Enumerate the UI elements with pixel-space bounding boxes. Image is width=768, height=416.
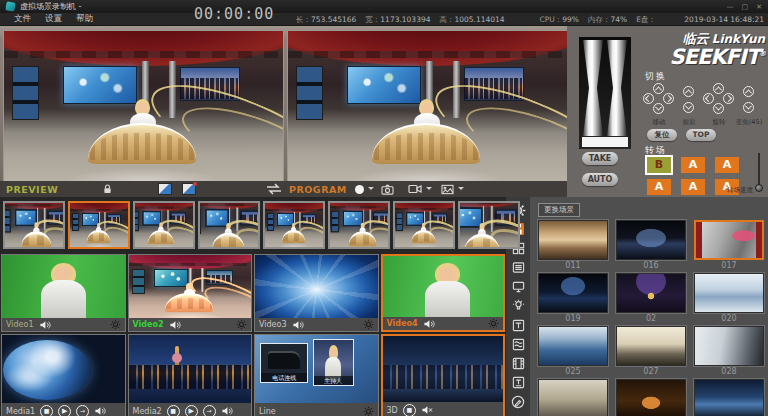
stop-button[interactable]: ■ [403, 404, 416, 416]
source-tile-video2[interactable]: Video2 [128, 254, 253, 332]
camera-angle-thumb[interactable] [458, 201, 520, 249]
scene-item[interactable] [538, 379, 608, 416]
phone-caption: 电话连线 [261, 373, 308, 382]
source-tile-video4[interactable]: Video4 [381, 254, 506, 332]
menu-file[interactable]: 文件 [14, 13, 31, 25]
camera-angle-thumb[interactable] [328, 201, 390, 249]
speaker-icon[interactable] [94, 406, 106, 416]
zoom-in-button[interactable] [743, 86, 754, 97]
gear-icon[interactable] [236, 319, 247, 330]
studio-scene [4, 31, 283, 181]
loop-button[interactable]: → [76, 405, 89, 416]
scene-item[interactable]: 02 [616, 273, 686, 324]
speaker-icon[interactable] [169, 320, 181, 330]
t-bar-fader[interactable] [579, 37, 631, 149]
scene-item[interactable]: 016 [616, 220, 686, 271]
transition-b-button[interactable]: B [647, 157, 671, 173]
snapshot-icon[interactable] [380, 183, 394, 195]
swap-icon[interactable] [264, 183, 284, 195]
scene-item[interactable]: 020 [694, 273, 764, 324]
zoom-out-button[interactable] [743, 102, 754, 113]
play-button[interactable]: ▶ [58, 405, 71, 416]
speaker-icon[interactable] [423, 319, 435, 329]
camera-angle-thumb[interactable] [3, 201, 65, 249]
maximize-button[interactable]: ▢ [742, 3, 749, 11]
light-icon[interactable] [510, 298, 526, 314]
transition-a-button[interactable]: A [681, 157, 705, 173]
draw-icon[interactable] [510, 394, 526, 410]
move-right-button[interactable] [663, 93, 674, 104]
camera-angle-thumb[interactable] [133, 201, 195, 249]
move-left-button[interactable] [643, 93, 654, 104]
layers-icon[interactable] [510, 336, 526, 352]
slider-knob[interactable] [755, 184, 763, 192]
camera-angle-thumb[interactable] [263, 201, 325, 249]
move-up-button[interactable] [653, 83, 664, 94]
menu-settings[interactable]: 设置 [45, 13, 62, 25]
image-icon[interactable] [440, 183, 454, 195]
subtitle-icon[interactable] [510, 375, 526, 391]
rotate-down-button[interactable] [713, 103, 724, 114]
auto-button[interactable]: AUTO [582, 173, 618, 186]
stop-button[interactable]: ■ [167, 405, 180, 416]
source-tile-media2[interactable]: Media2 ■ ▶ → [128, 334, 253, 416]
lock-icon[interactable] [100, 183, 114, 195]
camcorder-icon[interactable] [408, 183, 422, 195]
source-tile-video1[interactable]: Video1 [1, 254, 126, 332]
reset-button[interactable]: 复位 [647, 129, 677, 141]
scene-item[interactable]: 019 [538, 273, 608, 324]
source-tile-video3[interactable]: Video3 [254, 254, 379, 332]
transition-a-button[interactable]: A [647, 179, 671, 195]
wipe-icon[interactable] [158, 183, 172, 195]
rotate-left-button[interactable] [703, 93, 714, 104]
gear-icon[interactable] [488, 318, 499, 329]
wipe-alt-icon[interactable] [182, 183, 196, 195]
camera-angle-thumb[interactable] [198, 201, 260, 249]
camera-angle-thumb-selected[interactable] [68, 201, 130, 249]
move-down-button[interactable] [653, 103, 664, 114]
scene-item[interactable]: 025 [538, 326, 608, 377]
top-view-button[interactable]: TOP [686, 129, 716, 141]
play-button[interactable]: ▶ [185, 405, 198, 416]
image-caret-icon[interactable] [458, 187, 464, 193]
transition-a-button[interactable]: A [681, 179, 705, 195]
rotate-up-button[interactable] [713, 83, 724, 94]
pad-labels: 移动 前后 旋转 变焦(45) [644, 118, 765, 127]
transition-speed-slider[interactable] [753, 153, 765, 193]
scene-item[interactable] [616, 379, 686, 416]
display-icon[interactable] [510, 279, 526, 295]
record-icon[interactable] [352, 183, 366, 195]
change-scene-tab[interactable]: 更换场景 [538, 203, 580, 217]
speaker-icon[interactable] [221, 406, 233, 416]
record-caret-icon[interactable] [368, 187, 374, 193]
film-icon[interactable] [510, 356, 526, 372]
minimize-button[interactable]: — [727, 3, 734, 11]
depth-down-button[interactable] [683, 102, 694, 113]
close-button[interactable]: ✕ [756, 3, 762, 11]
scene-item[interactable]: 011 [538, 220, 608, 271]
speaker-icon[interactable] [292, 320, 304, 330]
source-tile-media1[interactable]: Media1 ■ ▶ → [1, 334, 126, 416]
transition-a-button[interactable]: A [715, 157, 739, 173]
camera-angle-thumb[interactable] [393, 201, 455, 249]
scene-item[interactable] [694, 379, 764, 416]
playlist-icon[interactable] [510, 260, 526, 276]
gear-icon[interactable] [363, 406, 374, 416]
scene-item[interactable]: 027 [616, 326, 686, 377]
source-tile-line[interactable]: 电话连线 主持人 Line [254, 334, 379, 416]
loop-button[interactable]: → [203, 405, 216, 416]
gear-icon[interactable] [363, 319, 374, 330]
scene-item[interactable]: 028 [694, 326, 764, 377]
source-tile-3d[interactable]: 3D ■ [381, 334, 506, 416]
scene-item-selected[interactable]: 017 [694, 220, 764, 271]
rotate-right-button[interactable] [723, 93, 734, 104]
speaker-icon[interactable] [39, 320, 51, 330]
gear-icon[interactable] [110, 319, 121, 330]
camcorder-caret-icon[interactable] [426, 187, 432, 193]
menu-help[interactable]: 帮助 [76, 13, 93, 25]
take-button[interactable]: TAKE [582, 152, 618, 165]
text-icon[interactable] [510, 317, 526, 333]
depth-up-button[interactable] [683, 86, 694, 97]
stop-button[interactable]: ■ [40, 405, 53, 416]
speaker-muted-icon[interactable] [421, 405, 433, 415]
